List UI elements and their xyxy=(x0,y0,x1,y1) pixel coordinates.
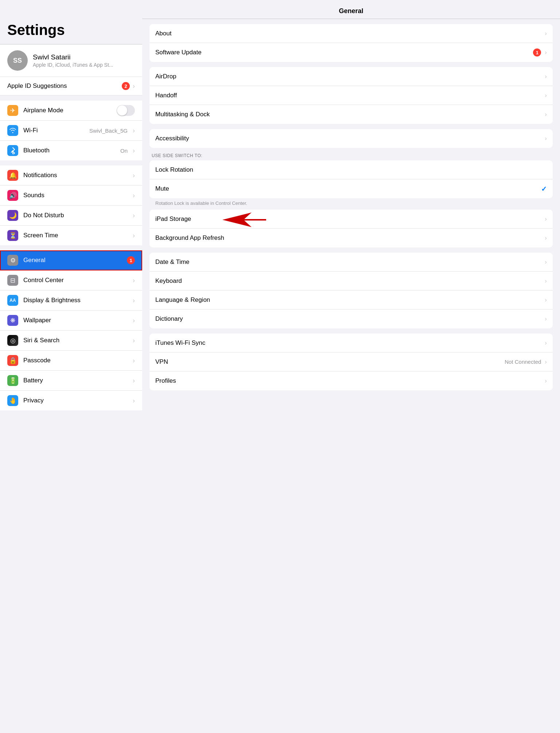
general-row[interactable]: ⚙ General 1 xyxy=(0,250,142,270)
sounds-label: Sounds xyxy=(23,192,128,199)
notifications-chevron: › xyxy=(133,172,135,179)
lock-rotation-row[interactable]: Lock Rotation xyxy=(149,160,553,179)
apple-id-badge: 2 xyxy=(122,82,130,90)
battery-row[interactable]: 🔋 Battery › xyxy=(0,371,142,391)
airdrop-row[interactable]: AirDrop › xyxy=(149,67,553,86)
screentime-row[interactable]: ⏳ Screen Time › xyxy=(0,226,142,245)
ipad-storage-chevron: › xyxy=(545,215,547,223)
keyboard-row[interactable]: Keyboard › xyxy=(149,272,553,291)
wifi-chevron: › xyxy=(133,127,135,134)
software-update-badge: 1 xyxy=(533,48,541,56)
main-panel: General About › Software Update 1 › AirD… xyxy=(142,0,560,733)
battery-label: Battery xyxy=(23,377,128,384)
controlcenter-chevron: › xyxy=(133,277,135,284)
wifi-value: Swivl_Back_5G xyxy=(89,128,128,134)
vpn-row[interactable]: VPN Not Connected › xyxy=(149,352,553,371)
about-row[interactable]: About › xyxy=(149,24,553,43)
profiles-label: Profiles xyxy=(155,377,541,385)
apple-id-right: 2 › xyxy=(122,82,135,90)
display-chevron: › xyxy=(133,297,135,304)
side-switch-card: Lock Rotation Mute ✓ xyxy=(149,160,553,198)
itunes-sync-row[interactable]: iTunes Wi-Fi Sync › xyxy=(149,334,553,352)
about-group: About › Software Update 1 › xyxy=(149,24,553,62)
privacy-row[interactable]: 🤚 Privacy › xyxy=(0,391,142,410)
bluetooth-row[interactable]: Bluetooth On › xyxy=(0,141,142,160)
about-chevron: › xyxy=(545,30,547,37)
storage-section-wrapper: iPad Storage › Background App Refresh › xyxy=(149,210,553,247)
mute-row[interactable]: Mute ✓ xyxy=(149,179,553,198)
display-row[interactable]: AA Display & Brightness › xyxy=(0,291,142,311)
siri-row[interactable]: ◎ Siri & Search › xyxy=(0,331,142,351)
sidebar: Settings SS Swivl Satarii Apple ID, iClo… xyxy=(0,0,142,733)
datetime-group: Date & Time › Keyboard › Language & Regi… xyxy=(149,253,553,328)
profile-subtitle: Apple ID, iCloud, iTunes & App St... xyxy=(33,62,113,68)
general-wrapper: ⚙ General 1 xyxy=(0,250,142,270)
sidebar-title: Settings xyxy=(0,22,142,44)
siri-chevron: › xyxy=(133,337,135,344)
ipad-storage-row[interactable]: iPad Storage › xyxy=(149,210,553,229)
profile-section[interactable]: SS Swivl Satarii Apple ID, iCloud, iTune… xyxy=(0,44,142,77)
wallpaper-row[interactable]: ❋ Wallpaper › xyxy=(0,311,142,331)
background-refresh-row[interactable]: Background App Refresh › xyxy=(149,229,553,247)
chevron-icon: › xyxy=(133,82,135,90)
wifi-label: Wi-Fi xyxy=(23,127,84,134)
wallpaper-icon: ❋ xyxy=(7,315,18,326)
software-update-row[interactable]: Software Update 1 › xyxy=(149,43,553,62)
bluetooth-icon xyxy=(7,145,18,156)
display-label: Display & Brightness xyxy=(23,297,128,304)
general-group: ⚙ General 1 ⊟ Control Center › AA Displa… xyxy=(0,250,142,410)
dictionary-chevron: › xyxy=(545,315,547,323)
privacy-label: Privacy xyxy=(23,397,128,404)
passcode-row[interactable]: 🔒 Passcode › xyxy=(0,351,142,371)
about-label: About xyxy=(155,30,541,37)
vpn-value: Not Connected xyxy=(505,359,541,365)
general-badge: 1 xyxy=(127,256,135,264)
privacy-chevron: › xyxy=(133,397,135,405)
notifications-row[interactable]: 🔔 Notifications › xyxy=(0,165,142,186)
donotdisturb-row[interactable]: 🌙 Do Not Disturb › xyxy=(0,206,142,226)
profile-info: Swivl Satarii Apple ID, iCloud, iTunes &… xyxy=(33,53,113,68)
controlcenter-row[interactable]: ⊟ Control Center › xyxy=(0,270,142,291)
general-label: General xyxy=(23,257,122,264)
airplane-toggle[interactable] xyxy=(117,105,135,116)
mute-label: Mute xyxy=(155,185,537,192)
side-switch-label: USE SIDE SWITCH TO: xyxy=(149,153,553,160)
itunes-sync-label: iTunes Wi-Fi Sync xyxy=(155,339,541,347)
handoff-row[interactable]: Handoff › xyxy=(149,86,553,105)
apple-id-suggestions-row[interactable]: Apple ID Suggestions 2 › xyxy=(0,77,142,95)
wifi-row[interactable]: Wi-Fi Swivl_Back_5G › xyxy=(0,121,142,141)
profile-name: Swivl Satarii xyxy=(33,53,113,61)
accessibility-row[interactable]: Accessibility › xyxy=(149,129,553,148)
background-refresh-label: Background App Refresh xyxy=(155,234,541,242)
vpn-chevron: › xyxy=(545,358,547,366)
accessibility-chevron: › xyxy=(545,135,547,142)
battery-icon: 🔋 xyxy=(7,375,18,386)
airdrop-group: AirDrop › Handoff › Multitasking & Dock … xyxy=(149,67,553,124)
donotdisturb-label: Do Not Disturb xyxy=(23,212,128,219)
datetime-row[interactable]: Date & Time › xyxy=(149,253,553,272)
bluetooth-chevron: › xyxy=(133,147,135,155)
keyboard-label: Keyboard xyxy=(155,277,541,285)
dictionary-label: Dictionary xyxy=(155,315,541,323)
donotdisturb-chevron: › xyxy=(133,212,135,219)
notifications-label: Notifications xyxy=(23,172,128,179)
notifications-group: 🔔 Notifications › 🔊 Sounds › 🌙 Do Not Di… xyxy=(0,165,142,245)
sounds-row[interactable]: 🔊 Sounds › xyxy=(0,186,142,206)
sounds-icon: 🔊 xyxy=(7,190,18,201)
airplane-mode-row[interactable]: ✈ Airplane Mode xyxy=(0,101,142,121)
airdrop-label: AirDrop xyxy=(155,73,541,80)
general-icon: ⚙ xyxy=(7,255,18,266)
battery-chevron: › xyxy=(133,377,135,385)
accessibility-label: Accessibility xyxy=(155,135,541,142)
lock-rotation-label: Lock Rotation xyxy=(155,166,547,173)
sounds-chevron: › xyxy=(133,192,135,199)
datetime-label: Date & Time xyxy=(155,258,541,266)
screentime-label: Screen Time xyxy=(23,232,128,239)
multitasking-row[interactable]: Multitasking & Dock › xyxy=(149,105,553,124)
dictionary-row[interactable]: Dictionary › xyxy=(149,309,553,328)
vpn-label: VPN xyxy=(155,358,501,366)
avatar: SS xyxy=(7,50,28,71)
profiles-row[interactable]: Profiles › xyxy=(149,371,553,390)
language-row[interactable]: Language & Region › xyxy=(149,291,553,309)
storage-group: iPad Storage › Background App Refresh › xyxy=(149,210,553,247)
